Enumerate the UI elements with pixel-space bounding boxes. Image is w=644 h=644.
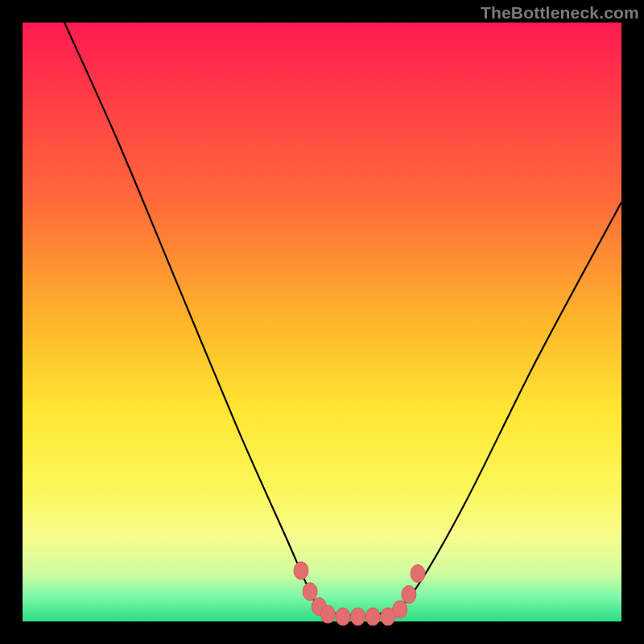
curve-marker: [365, 608, 380, 625]
curve-marker: [303, 583, 317, 601]
plot-gradient-area: [23, 23, 621, 621]
curve-marker: [336, 608, 350, 625]
curve-marker: [351, 608, 365, 625]
curve-marker: [294, 562, 308, 580]
curve-marker: [320, 605, 335, 623]
bottleneck-curve-svg: [23, 23, 621, 621]
watermark-text: TheBottleneck.com: [481, 3, 639, 23]
curve-marker: [402, 586, 416, 604]
chart-frame: TheBottleneck.com: [0, 0, 644, 644]
curve-marker: [411, 565, 425, 583]
marker-group: [294, 562, 425, 625]
curve-marker: [393, 601, 407, 618]
bottleneck-curve: [64, 23, 621, 616]
